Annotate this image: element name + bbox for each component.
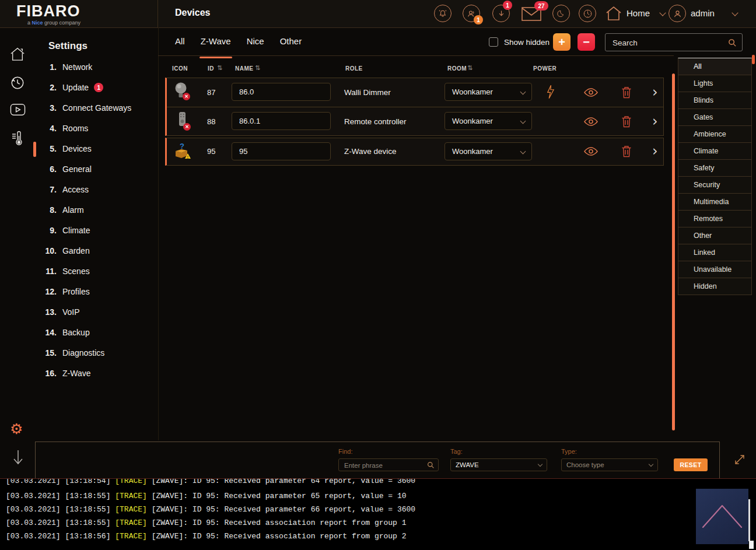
users-badge: 1 (474, 15, 483, 24)
alarm-bell-icon[interactable] (434, 5, 452, 22)
rail-home-icon[interactable] (10, 47, 25, 61)
console-line: [03.03.2021] [13:18:56] [TRACE] [ZWAVE]:… (6, 532, 407, 541)
sidebar-item-backup[interactable]: 14.Backup (39, 325, 156, 339)
device-name-input[interactable] (232, 112, 331, 130)
category-hidden[interactable]: Hidden (678, 278, 752, 295)
clock-icon[interactable] (579, 5, 596, 22)
update-badge: 1 (94, 83, 103, 92)
sidebar-item-general[interactable]: 6.General (39, 162, 156, 176)
tag-label: Tag: (450, 448, 463, 455)
sidebar-item-zwave[interactable]: 16.Z-Wave (39, 366, 156, 380)
tabs-divider (158, 55, 674, 56)
sidebar-item-voip[interactable]: 13.VoIP (39, 305, 156, 319)
remove-device-button[interactable]: − (578, 33, 595, 51)
sidebar-item-network[interactable]: 1.Network (39, 60, 156, 74)
category-all[interactable]: All (678, 58, 752, 75)
device-id: 95 (207, 147, 215, 156)
sort-id-icon[interactable]: ⇅ (217, 64, 222, 72)
tab-other[interactable]: Other (280, 36, 302, 51)
sidebar-item-climate[interactable]: 9.Climate (39, 223, 156, 237)
device-details-chevron[interactable]: › (652, 145, 658, 157)
room-select[interactable]: Woonkamer (444, 142, 532, 160)
search-input[interactable] (607, 35, 730, 51)
delete-trash-icon[interactable] (621, 145, 632, 157)
sidebar-item-connect-gateways[interactable]: 3.Connect Gateways (39, 101, 156, 115)
reset-button[interactable]: RESET (674, 458, 708, 471)
category-blinds[interactable]: Blinds (678, 92, 752, 109)
tab-zwave[interactable]: Z-Wave (201, 36, 231, 51)
find-input[interactable] (340, 460, 427, 471)
col-id: ID (208, 65, 214, 72)
show-hidden-checkbox[interactable] (489, 37, 498, 47)
room-select[interactable]: Woonkamer (444, 83, 532, 101)
category-unavailable[interactable]: Unavailable (678, 261, 752, 278)
sidebar-item-update[interactable]: 2.Update1 (39, 80, 156, 94)
category-remotes[interactable]: Remotes (678, 210, 752, 227)
sort-room-icon[interactable]: ⇅ (467, 64, 473, 72)
sidebar-item-diagnostics[interactable]: 15.Diagnostics (39, 346, 156, 360)
device-id: 88 (207, 117, 215, 126)
category-ambience[interactable]: Ambience (678, 125, 752, 143)
type-select[interactable]: Choose type (561, 458, 658, 471)
tag-select[interactable]: ZWAVE (450, 458, 547, 471)
rail-history-icon[interactable] (10, 75, 25, 90)
category-security[interactable]: Security (678, 176, 752, 194)
find-label: Find: (338, 448, 352, 455)
category-other[interactable]: Other (678, 227, 752, 244)
device-error-badge: ✕ (183, 123, 191, 131)
delete-trash-icon[interactable] (621, 115, 632, 128)
category-gates[interactable]: Gates (678, 108, 752, 126)
console-scrollbar-thumb[interactable] (748, 499, 750, 541)
debug-console[interactable]: [03.03.2021] [13:18:54] [TRACE] [ZWAVE]:… (0, 478, 756, 550)
device-details-chevron[interactable]: › (652, 115, 658, 127)
sidebar-item-alarm[interactable]: 8.Alarm (39, 203, 156, 217)
sidebar-item-scenes[interactable]: 11.Scenes (39, 264, 156, 278)
console-line: [03.03.2021] [13:18:55] [TRACE] [ZWAVE]:… (6, 505, 415, 514)
sidebar-item-rooms[interactable]: 4.Rooms (39, 121, 156, 135)
device-role: Walli Dimmer (344, 88, 391, 97)
rail-climate-icon[interactable] (10, 131, 24, 146)
sidebar-item-profiles[interactable]: 12.Profiles (39, 285, 156, 299)
device-name-input[interactable] (232, 83, 331, 101)
collapse-console-arrow-icon[interactable] (12, 448, 24, 468)
visibility-eye-icon[interactable] (583, 117, 598, 127)
tab-all[interactable]: All (175, 36, 185, 51)
user-avatar-icon[interactable] (668, 5, 686, 22)
group-row-divider (167, 107, 664, 107)
device-icon-dimmer: ✕ (173, 81, 190, 101)
sidebar-item-garden[interactable]: 10.Garden (39, 244, 156, 258)
sort-name-icon[interactable]: ⇅ (255, 64, 260, 72)
expand-console-icon[interactable] (733, 453, 747, 467)
find-box (338, 458, 439, 471)
category-linked[interactable]: Linked (678, 244, 752, 261)
device-details-chevron[interactable]: › (652, 86, 658, 98)
night-mode-icon[interactable] (552, 5, 570, 22)
page-scrollbar-thumb[interactable] (752, 55, 755, 64)
col-power: POWER (533, 65, 556, 72)
settings-gear-icon[interactable]: ⚙ (10, 421, 23, 437)
room-select[interactable]: Woonkamer (444, 112, 532, 130)
visibility-eye-icon[interactable] (583, 146, 598, 156)
type-label: Type: (561, 448, 577, 455)
sidebar-item-access[interactable]: 7.Access (39, 183, 156, 197)
chevron-down-icon (649, 462, 653, 467)
console-line: [03.03.2021] [13:18:54] [TRACE] [ZWAVE]:… (6, 478, 415, 485)
rail-video-icon[interactable] (10, 103, 26, 116)
device-name-input[interactable] (232, 142, 331, 160)
user-menu-label[interactable]: admin (691, 8, 715, 18)
category-lights[interactable]: Lights (678, 75, 752, 92)
home-icon[interactable] (606, 5, 622, 21)
category-climate[interactable]: Climate (678, 142, 752, 160)
category-multimedia[interactable]: Multimedia (678, 193, 752, 211)
category-safety[interactable]: Safety (678, 159, 752, 177)
tab-nice[interactable]: Nice (247, 36, 264, 51)
add-device-button[interactable]: + (553, 33, 570, 51)
visibility-eye-icon[interactable] (583, 87, 598, 97)
delete-trash-icon[interactable] (621, 86, 632, 99)
console-line: [03.03.2021] [13:18:55] [TRACE] [ZWAVE]:… (6, 519, 407, 527)
home-selector-label[interactable]: Home (626, 8, 650, 18)
device-list-scrollbar[interactable] (672, 73, 675, 430)
logo-tagline: a Nice group company (27, 20, 80, 26)
sidebar-item-devices[interactable]: 5.Devices (39, 142, 156, 156)
power-metering-icon[interactable] (546, 85, 555, 99)
